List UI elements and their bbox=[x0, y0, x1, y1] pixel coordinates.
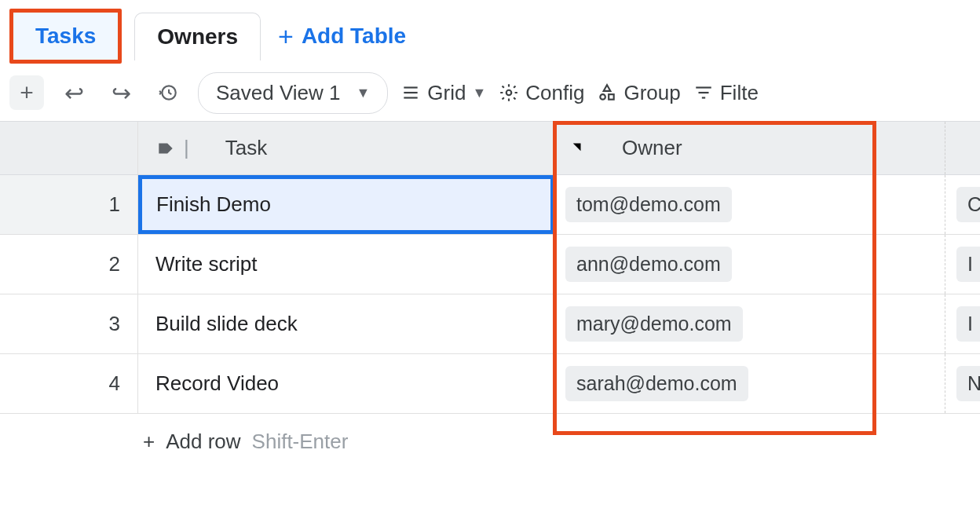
extra-cell[interactable]: N bbox=[945, 354, 980, 413]
extra-chip: I bbox=[956, 247, 980, 282]
add-row-hint: Shift-Enter bbox=[252, 430, 349, 454]
row-number: 2 bbox=[0, 235, 138, 294]
add-table-button[interactable]: + Add Table bbox=[278, 24, 406, 49]
extra-chip: I bbox=[956, 306, 980, 342]
text-icon bbox=[956, 138, 969, 159]
group-label: Group bbox=[623, 81, 680, 105]
task-cell[interactable]: Finish Demo bbox=[138, 175, 554, 234]
extra-chip: C bbox=[956, 187, 980, 222]
filter-button[interactable]: Filte bbox=[693, 81, 759, 105]
task-column-label: Task bbox=[225, 136, 267, 160]
chevron-down-icon: ▼ bbox=[357, 85, 371, 101]
extra-chip: N bbox=[956, 366, 980, 401]
add-row-label: Add row bbox=[166, 430, 240, 454]
chevron-down-icon: ▼ bbox=[472, 85, 486, 101]
task-cell[interactable]: Record Video bbox=[138, 354, 554, 413]
table-row[interactable]: 3Build slide deckmary@demo.comI bbox=[0, 294, 980, 354]
data-grid: | Task Owner 1Fini bbox=[0, 121, 980, 470]
arrow-up-right-icon bbox=[565, 138, 586, 159]
gear-icon bbox=[499, 82, 519, 103]
row-number: 1 bbox=[0, 175, 138, 234]
grid-wrap: | Task Owner 1Fini bbox=[0, 121, 980, 470]
header-row: | Task Owner bbox=[0, 121, 980, 175]
tabs-bar: Tasks Owners + Add Table bbox=[0, 0, 980, 64]
owner-cell[interactable]: ann@demo.com bbox=[554, 235, 945, 294]
rownum-header bbox=[0, 122, 138, 174]
tab-tasks[interactable]: Tasks bbox=[9, 9, 122, 64]
owner-column-header[interactable]: Owner bbox=[554, 122, 945, 174]
owner-cell[interactable]: mary@demo.com bbox=[554, 294, 945, 353]
toolbar: + ↩ ↪ Saved View 1 ▼ Grid ▼ Config Group bbox=[0, 64, 980, 121]
task-cell[interactable]: Build slide deck bbox=[138, 294, 554, 353]
owner-chip[interactable]: mary@demo.com bbox=[565, 306, 743, 342]
group-button[interactable]: Group bbox=[597, 81, 680, 105]
add-row-button[interactable]: + Add row Shift-Enter bbox=[0, 414, 980, 470]
extra-column-header[interactable] bbox=[945, 122, 980, 174]
table-row[interactable]: 2Write scriptann@demo.comI bbox=[0, 235, 980, 294]
undo-icon: ↩ bbox=[64, 79, 84, 107]
tab-owners-label: Owners bbox=[157, 24, 238, 49]
config-label: Config bbox=[525, 81, 584, 105]
extra-cell[interactable]: I bbox=[945, 235, 980, 294]
owner-cell[interactable]: tom@demo.com bbox=[554, 175, 945, 234]
row-number: 3 bbox=[0, 294, 138, 353]
owner-chip[interactable]: tom@demo.com bbox=[565, 187, 732, 222]
add-button[interactable]: + bbox=[9, 75, 44, 110]
text-icon bbox=[197, 138, 218, 159]
extra-cell[interactable]: C bbox=[945, 175, 980, 234]
svg-point-6 bbox=[601, 94, 606, 100]
tag-icon bbox=[155, 138, 176, 159]
grid-label: Grid bbox=[427, 81, 466, 105]
redo-icon: ↪ bbox=[112, 79, 131, 107]
svg-rect-7 bbox=[609, 94, 615, 100]
task-column-header[interactable]: | Task bbox=[138, 122, 554, 174]
plus-icon: + bbox=[20, 79, 34, 106]
table-row[interactable]: 1Finish Demotom@demo.comC bbox=[0, 175, 980, 235]
undo-button[interactable]: ↩ bbox=[57, 75, 91, 110]
divider: | bbox=[184, 136, 189, 160]
extra-cell[interactable]: I bbox=[945, 294, 980, 353]
table-row[interactable]: 4Record Videosarah@demo.comN bbox=[0, 354, 980, 414]
saved-view-dropdown[interactable]: Saved View 1 ▼ bbox=[198, 72, 388, 114]
filter-icon bbox=[693, 82, 714, 103]
svg-marker-5 bbox=[604, 85, 611, 91]
owner-cell[interactable]: sarah@demo.com bbox=[554, 354, 945, 413]
history-button[interactable] bbox=[151, 75, 185, 110]
grid-view-dropdown[interactable]: Grid ▼ bbox=[400, 81, 486, 105]
task-cell[interactable]: Write script bbox=[138, 235, 554, 294]
filter-label: Filte bbox=[720, 81, 759, 105]
row-number: 4 bbox=[0, 354, 138, 413]
tab-tasks-label: Tasks bbox=[35, 24, 96, 49]
svg-marker-11 bbox=[159, 143, 172, 153]
redo-button[interactable]: ↪ bbox=[104, 75, 138, 110]
rows-container: 1Finish Demotom@demo.comC2Write scriptan… bbox=[0, 175, 980, 414]
owner-column-label: Owner bbox=[622, 136, 682, 160]
add-table-label: Add Table bbox=[302, 24, 406, 49]
owner-chip[interactable]: ann@demo.com bbox=[565, 247, 732, 282]
config-button[interactable]: Config bbox=[499, 81, 584, 105]
saved-view-label: Saved View 1 bbox=[216, 81, 341, 105]
history-icon bbox=[158, 82, 178, 103]
list-icon bbox=[400, 82, 421, 103]
text-icon bbox=[594, 138, 614, 159]
owner-chip[interactable]: sarah@demo.com bbox=[565, 366, 748, 401]
tab-owners[interactable]: Owners bbox=[134, 13, 261, 60]
group-icon bbox=[597, 82, 617, 103]
svg-point-4 bbox=[506, 90, 512, 96]
plus-icon: + bbox=[143, 430, 155, 454]
